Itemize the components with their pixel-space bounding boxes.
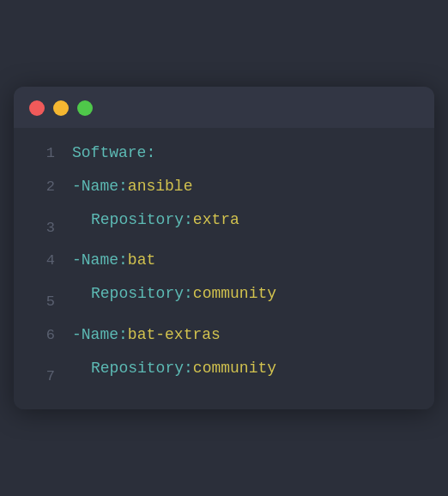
code-line: 1Software: [14,136,434,170]
code-content: Repository: community [72,357,276,380]
token: Repository [91,357,184,380]
maximize-dot[interactable] [77,100,93,116]
code-line: 2- Name: ansible [14,170,434,203]
line-number: 7 [31,366,55,388]
token: : [118,324,128,347]
code-content: - Name: bat-extras [72,324,221,347]
code-content: Repository: community [72,282,276,305]
token: bat-extras [128,324,221,347]
token: - [72,175,82,198]
code-window: 1Software:2- Name: ansible3Repository: e… [14,87,434,410]
code-line: 3Repository: extra [14,203,434,245]
token: : [184,209,193,232]
token: - [72,249,82,272]
code-line: 7Repository: community [14,352,434,393]
token: Name [82,324,118,347]
line-number: 4 [31,250,55,272]
token: : [184,282,193,305]
line-number: 5 [31,291,55,313]
token: : [118,249,128,272]
token: : [146,142,155,165]
code-line: 4- Name: bat [14,244,434,277]
token: : [118,175,128,198]
token: bat [128,249,155,272]
code-content: - Name: ansible [72,175,192,198]
token: : [184,357,193,380]
code-content: - Name: bat [72,249,155,272]
token: Repository [91,209,184,232]
token: - [72,324,82,347]
code-area: 1Software:2- Name: ansible3Repository: e… [14,128,434,410]
token: extra [193,209,239,232]
close-dot[interactable] [29,100,45,116]
token: Name [82,249,118,272]
line-number: 6 [31,324,55,347]
token: Software [72,142,146,165]
token: Name [82,175,118,198]
line-number: 1 [31,142,55,165]
token: Repository [91,282,184,305]
code-line: 6- Name: bat-extras [14,318,434,352]
token: community [193,282,276,305]
token: community [193,357,276,380]
code-content: Software: [72,142,155,165]
line-number: 2 [31,176,55,198]
minimize-dot[interactable] [53,100,69,116]
code-line: 5Repository: community [14,277,434,318]
titlebar [14,87,434,128]
code-content: Repository: extra [72,209,239,232]
token: ansible [128,175,193,198]
line-number: 3 [31,217,55,239]
